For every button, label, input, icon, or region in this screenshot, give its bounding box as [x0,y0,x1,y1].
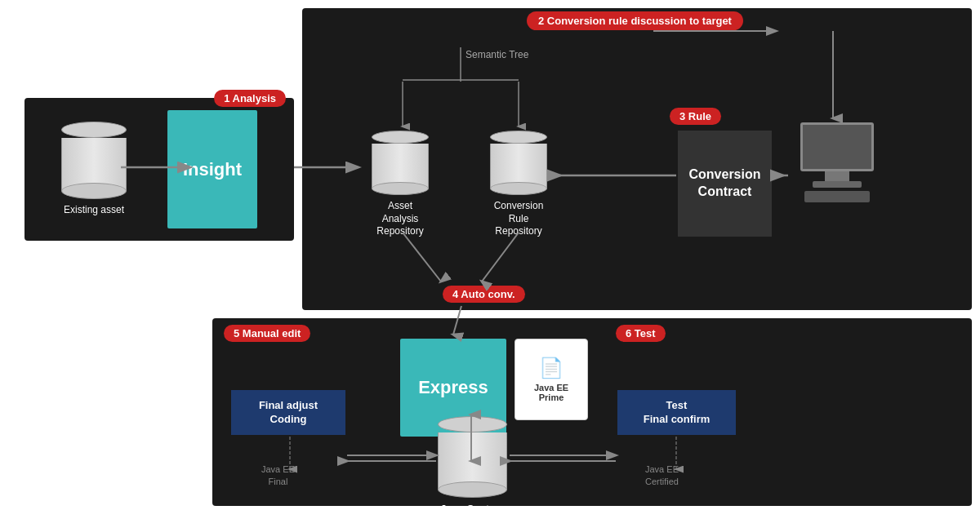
monitor-screen [800,122,874,171]
existing-asset-label: Existing asset [64,204,124,217]
monitor-base [813,181,862,188]
cylinder-top [61,122,127,138]
badge-step4: 4 Auto conv. [443,286,525,303]
conversion-contract-node: ConversionContract [678,131,772,237]
badge-step3: 3 Rule [670,108,721,125]
monitor-keyboard [804,191,870,202]
cylinder-bottom [61,183,127,199]
javaee-certified-label: Java EECertified [645,463,679,487]
java-system-cylinder [438,416,507,498]
conversion-rule-label: ConversionRuleRepository [490,200,547,238]
final-adjust-label: Final adjustCoding [259,399,318,427]
test-final-confirm-node: TestFinal confirm [617,390,736,435]
test-final-label: TestFinal confirm [644,399,710,427]
java-system-node: Java System [438,416,507,510]
final-adjust-coding-node: Final adjustCoding [231,390,345,435]
semantic-tree-label: Semantic Tree [466,49,528,62]
badge-step1: 1 Analysis [214,90,286,107]
badge-step5: 5 Manual edit [224,325,310,342]
monitor-icon [792,122,882,202]
conversion-rule-cylinder [490,131,547,195]
monitor-stand [825,171,849,181]
asset-analysis-cylinder [372,131,429,195]
conversion-rule-repo-node: ConversionRuleRepository [490,131,547,238]
conversion-contract-label: ConversionContract [688,166,760,201]
badge-step6: 6 Test [616,325,666,342]
javaee-final-label: Java EEFinal [261,463,295,487]
insight-box: Insight [167,110,257,228]
express-label: Express [418,377,488,398]
javaee-prime-label: Java EEPrime [534,383,568,402]
diagram-container: Existing asset Insight 1 Analysis 2 Conv… [0,0,980,510]
left-panel: Existing asset Insight 1 Analysis [24,98,294,241]
javaee-prime-node: 📄 Java EEPrime [514,339,588,420]
asset-analysis-repo-node: AssetAnalysisRepository [372,131,429,238]
java-system-label: Java System [438,503,507,510]
doc-icon: 📄 [539,357,564,379]
existing-asset-node: Existing asset [61,122,127,217]
badge-step2: 2 Conversion rule discussion to target [527,11,743,30]
asset-analysis-label: AssetAnalysisRepository [372,200,429,238]
insight-label: Insight [183,159,242,180]
